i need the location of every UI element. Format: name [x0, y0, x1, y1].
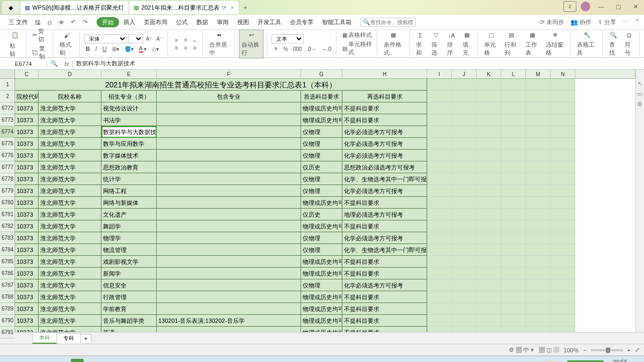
table-row[interactable]: 10373淮北师范大学思想政治教育仅历史思想政治必须选考方可报考	[15, 161, 575, 173]
row-header[interactable]: 6778	[0, 173, 15, 185]
chevron-up-icon[interactable]: ⌃	[635, 18, 640, 26]
table-row[interactable]: 10373淮北师范大学物理学仅物理化学必须选考方可报考	[15, 232, 575, 244]
fx-label[interactable]: fx	[61, 61, 73, 67]
cell-button[interactable]: ▢单元格	[482, 30, 501, 58]
settings-icon[interactable]: ⚙	[637, 101, 642, 108]
wrap-button[interactable]: ↩自动换行	[239, 29, 264, 58]
tab-home[interactable]: ◆	[2, 1, 19, 14]
table-row[interactable]: 10373淮北师范大学音乐与舞蹈学类130201-音乐表演;130202-音乐学…	[15, 315, 575, 327]
align-right[interactable]: ≡	[191, 44, 199, 51]
table-row[interactable]: 10373淮北师范大学数据科学与大数据技术仅物理化学必须选考方可报考	[15, 126, 575, 138]
row-header[interactable]: 6777	[0, 161, 15, 173]
row-header[interactable]: 6784	[0, 244, 15, 256]
filter-button[interactable]: ▽筛选	[429, 30, 443, 58]
tab-doc1[interactable]: ▦ WPS的[阅读模…让表格开启聚光灯	[20, 1, 128, 14]
find-button[interactable]: 🔍查找	[607, 30, 620, 58]
col-header[interactable]: L	[501, 70, 526, 79]
zoom-level[interactable]: 100%	[564, 347, 579, 353]
tab-refresh-icon[interactable]: ⟳	[222, 4, 226, 11]
task-wps[interactable]: S	[71, 359, 84, 363]
freeze-button[interactable]: ❄冻结窗格	[544, 30, 567, 58]
row-header[interactable]: 6786	[0, 268, 15, 279]
table-row[interactable]: 10373淮北师范大学统计学仅物理化学、生物选考其中一门即可报考	[15, 173, 575, 185]
zoom-out-button[interactable]: −	[583, 347, 586, 353]
col-header[interactable]: M	[526, 70, 551, 79]
table-row[interactable]: 10373淮北师范大学物流管理仅物理化学、生物选考其中一门即可报考	[15, 244, 575, 256]
menu-review[interactable]: 审阅	[213, 18, 233, 26]
fill-color-button[interactable]: 🪣▾	[123, 45, 135, 53]
row-header[interactable]: 6779	[0, 185, 15, 197]
row-header[interactable]: 6787	[0, 279, 15, 291]
print-icon[interactable]: ⎙	[44, 17, 55, 28]
col-header[interactable]: H	[342, 70, 427, 79]
paste-button[interactable]: 📋粘贴	[8, 29, 23, 59]
italic-button[interactable]: I	[94, 45, 99, 53]
name-box[interactable]: E6774	[0, 61, 47, 67]
row-header[interactable]: 6783	[0, 232, 15, 244]
table-row[interactable]: 10373淮北师范大学舞蹈学物理或历史均可不提科目要求	[15, 220, 575, 232]
row-header[interactable]: 6780	[0, 197, 15, 209]
expand-icon[interactable]: ⤢	[635, 346, 640, 353]
close-icon[interactable]: ×	[231, 4, 234, 11]
sheet-button[interactable]: ▦工作表	[523, 30, 542, 58]
collab-button[interactable]: 👥 协作	[570, 18, 591, 26]
border-button[interactable]: ⊞▾	[111, 45, 121, 53]
align-center[interactable]: ≡	[181, 44, 190, 51]
table-row[interactable]: 10373淮北师范大学视觉传达设计物理或历史均可不提科目要求	[15, 102, 575, 114]
cond-format-button[interactable]: ▦条件格式	[382, 30, 405, 58]
select-icon[interactable]: ▭	[637, 91, 642, 98]
align-top[interactable]: ⌅	[172, 36, 181, 43]
dec-dec-button[interactable]: →.0	[320, 45, 333, 53]
dec-inc-button[interactable]: .0→	[305, 45, 318, 53]
row-header[interactable]: 6772	[0, 102, 15, 114]
start-button[interactable]: ⊞	[2, 358, 19, 363]
cut-button[interactable]: ✂剪切	[31, 27, 49, 44]
col-header[interactable]: E	[101, 70, 157, 79]
row-header[interactable]: 6773	[0, 114, 15, 126]
table-row[interactable]: 10373淮北师范大学戏剧影视文学物理或历史均可不提科目要求	[15, 256, 575, 268]
menu-file[interactable]: 三 文件	[4, 18, 32, 26]
avatar-icon[interactable]	[581, 2, 590, 11]
table-row[interactable]: 10373淮北师范大学网络与新媒体物理或历史均可不提科目要求	[15, 197, 575, 209]
name-dropdown-icon[interactable]: 🔍	[47, 60, 61, 67]
col-header[interactable]: F	[157, 70, 301, 79]
row-header[interactable]: 6781	[0, 209, 15, 220]
row-header[interactable]: 6791	[0, 327, 15, 338]
formula-input[interactable]: 数据科学与大数据技术	[73, 60, 644, 68]
table-row[interactable]: 10373淮北师范大学新闻学物理或历史均可不提科目要求	[15, 268, 575, 279]
menu-data[interactable]: 数据	[192, 18, 213, 26]
task-app1[interactable]: ❋	[19, 358, 36, 363]
zoom-in-button[interactable]: +	[627, 347, 631, 353]
tab-add-button[interactable]: +	[239, 4, 251, 11]
row-header[interactable]: 6789	[0, 303, 15, 315]
grid-body[interactable]: 2021年拟来湖南招生普通高校招生专业选考科目要求汇总表1（本科）院校代码院校名…	[15, 79, 635, 332]
row-header[interactable]: 6788	[0, 291, 15, 303]
menu-smart[interactable]: 智能工具箱	[318, 18, 356, 26]
row-header[interactable]: 6790	[0, 315, 15, 327]
menu-start[interactable]: 开始	[97, 17, 119, 27]
row-header[interactable]: 6775	[0, 138, 15, 150]
align-left[interactable]: ≡	[172, 44, 181, 51]
align-mid[interactable]: ≡	[181, 36, 190, 43]
more-icon[interactable]: ⋯	[623, 18, 628, 26]
sheet-tab-1[interactable]: 本科	[32, 333, 57, 344]
table-row[interactable]: 10373淮北师范大学数字媒体技术仅物理化学必须选考方可报考	[15, 150, 575, 161]
sync-status[interactable]: ⟳ 未同步	[540, 18, 564, 26]
menu-vip[interactable]: 会员专享	[286, 18, 318, 26]
row-header[interactable]: 6782	[0, 220, 15, 232]
tab-doc2[interactable]: ▦ 2021年拟来…科目要求汇总表 ⟳ ×	[129, 1, 238, 14]
table-row[interactable]: 10373淮北师范大学行政管理物理或历史均可不提科目要求	[15, 291, 575, 303]
font-color-button[interactable]: A▾	[137, 45, 148, 53]
table-row[interactable]: 10373淮北师范大学信息安全仅物理化学必须选考方可报考	[15, 279, 575, 291]
preview-icon[interactable]: 👁	[56, 17, 67, 28]
zoom-slider[interactable]	[591, 349, 623, 351]
clear-format-button[interactable]: ◇▾	[150, 45, 160, 53]
format-painter[interactable]: 🖌格式刷	[57, 30, 76, 58]
font-size-select[interactable]: 11	[128, 34, 143, 43]
merge-button[interactable]: ⬌合并居中	[207, 30, 231, 58]
percent-button[interactable]: %	[282, 45, 290, 53]
dec-font-icon[interactable]: A⁻	[155, 34, 164, 43]
table-row[interactable]: 10373淮北师范大学网络工程仅物理化学必须选考方可报考	[15, 185, 575, 197]
row-header[interactable]: 6785	[0, 256, 15, 268]
table-row[interactable]: 10373淮北师范大学数学与应用数学仅物理化学必须选考方可报考	[15, 138, 575, 150]
